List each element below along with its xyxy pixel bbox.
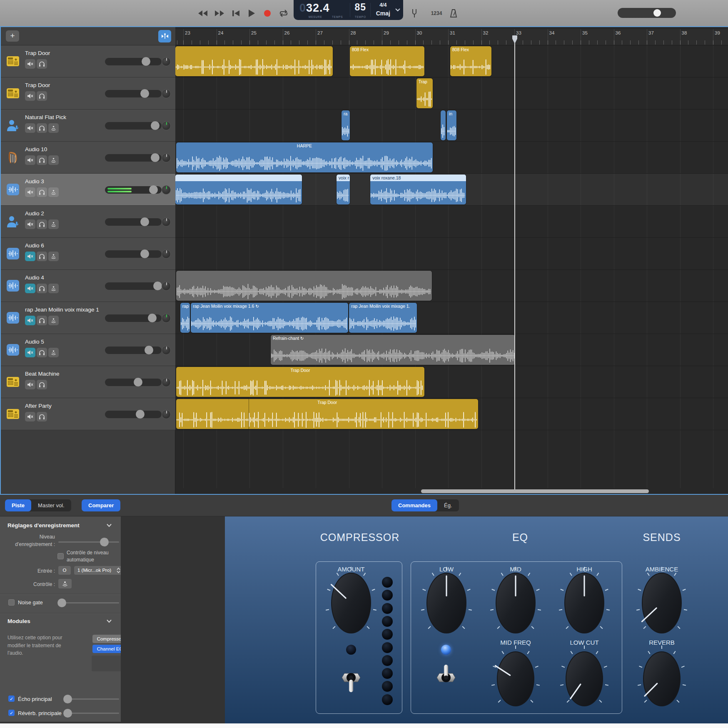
tab-commandes[interactable]: Commandes	[391, 499, 437, 511]
region-trap-door[interactable]: Trap Door	[176, 399, 478, 429]
track-header-rap-jean-moilin-voix-mixage-1[interactable]: rap Jean Moilin voix mixage 1	[1, 302, 175, 334]
master-reverb-slider[interactable]	[63, 713, 119, 714]
solo-button[interactable]	[37, 348, 47, 357]
volume-thumb[interactable]	[148, 314, 157, 322]
knob-high[interactable]	[557, 565, 612, 641]
rewind-button[interactable]	[196, 7, 210, 19]
pan-knob[interactable]	[162, 121, 171, 130]
compare-button[interactable]: Comparer	[82, 499, 120, 511]
playhead-handle[interactable]	[511, 35, 518, 45]
knob-mid[interactable]	[488, 565, 543, 641]
volume-thumb[interactable]	[140, 217, 149, 226]
solo-button[interactable]	[37, 412, 47, 421]
record-button[interactable]	[260, 7, 274, 19]
volume-thumb[interactable]	[136, 410, 145, 419]
region-voix-r[interactable]: voix r	[337, 175, 350, 204]
pan-knob[interactable]	[162, 314, 171, 323]
region-rap[interactable]: rap	[180, 303, 190, 333]
master-echo-slider[interactable]	[63, 698, 119, 700]
region-trap-door[interactable]: Trap Door	[176, 367, 424, 397]
mute-button[interactable]	[25, 123, 35, 133]
solo-button[interactable]	[37, 91, 47, 101]
region-in[interactable]: in	[447, 110, 456, 140]
pan-knob[interactable]	[162, 153, 171, 162]
track-header-trap-door[interactable]: Trap Door	[1, 77, 175, 110]
input-button[interactable]	[48, 219, 59, 229]
count-in-button[interactable]: 1234	[427, 7, 446, 19]
pan-knob[interactable]	[162, 410, 171, 419]
input-source-dropdown[interactable]: 1 (Micr...ok Pro)	[74, 566, 122, 575]
input-button[interactable]	[48, 316, 59, 325]
track-header-audio-6[interactable]: Audio 6	[1, 238, 175, 270]
volume-slider[interactable]	[105, 122, 162, 130]
record-level-thumb[interactable]	[100, 538, 109, 546]
mute-button[interactable]	[25, 380, 35, 389]
tab-piste[interactable]: Piste	[5, 499, 31, 511]
volume-thumb[interactable]	[140, 89, 149, 98]
track-header-audio-5[interactable]: Audio 5	[1, 334, 175, 366]
region-808-flex[interactable]: 808 Flex	[450, 46, 491, 76]
knob-low[interactable]	[419, 565, 474, 641]
volume-slider[interactable]	[105, 250, 162, 258]
input-format-button[interactable]: O	[58, 566, 71, 575]
tuning-fork-icon[interactable]	[407, 7, 421, 19]
timeline-ruler[interactable]: 2324252627282930313233343536373839	[175, 29, 728, 45]
play-button[interactable]	[244, 7, 259, 19]
mute-button[interactable]	[25, 316, 35, 325]
compressor-toggle-switch[interactable]	[339, 662, 363, 695]
tab-master-vol-[interactable]: Master vol.	[31, 499, 71, 511]
track-header-audio-2[interactable]: Audio 2	[1, 206, 175, 238]
region-clip-8[interactable]	[175, 175, 302, 204]
pan-knob[interactable]	[162, 57, 171, 66]
pan-knob[interactable]	[162, 217, 171, 227]
catch-playhead-button[interactable]	[158, 30, 171, 42]
pan-knob[interactable]	[162, 346, 171, 355]
volume-slider[interactable]	[105, 314, 162, 322]
track-header-natural-flat-pick[interactable]: Natural Flat Pick	[1, 110, 175, 142]
input-monitoring-button[interactable]	[58, 579, 72, 588]
mute-button[interactable]	[25, 155, 35, 165]
track-header-trap-door[interactable]: Trap Door	[1, 45, 175, 77]
track-header-audio-3[interactable]: Audio 3	[1, 174, 175, 206]
region-ra[interactable]: ra	[342, 110, 350, 140]
volume-thumb[interactable]	[151, 153, 160, 162]
volume-thumb[interactable]	[142, 57, 150, 66]
noise-gate-thumb[interactable]	[57, 598, 66, 607]
master-volume-thumb[interactable]	[653, 9, 661, 17]
track-header-after-party[interactable]: After Party	[1, 398, 175, 430]
solo-button[interactable]	[37, 187, 47, 197]
region-clip-5[interactable]	[441, 110, 446, 140]
track-lane[interactable]	[175, 206, 728, 238]
track-header-audio-4[interactable]: Audio 4	[1, 270, 175, 302]
mute-button[interactable]	[25, 91, 35, 101]
mute-button[interactable]	[25, 187, 35, 197]
track-lane[interactable]	[175, 77, 728, 110]
solo-button[interactable]	[37, 219, 47, 229]
track-header-beat-machine[interactable]: Beat Machine	[1, 366, 175, 398]
solo-button[interactable]	[37, 252, 47, 261]
volume-thumb[interactable]	[151, 121, 160, 130]
input-button[interactable]	[48, 187, 59, 197]
cycle-button[interactable]	[277, 7, 291, 19]
solo-button[interactable]	[37, 380, 47, 389]
solo-button[interactable]	[37, 59, 47, 69]
tab--g-[interactable]: Ég.	[437, 499, 459, 511]
add-track-button[interactable]: +	[6, 30, 19, 42]
region-808-flex[interactable]: 808 Flex	[350, 46, 424, 76]
volume-thumb[interactable]	[134, 378, 142, 386]
solo-button[interactable]	[37, 123, 47, 133]
go-to-beginning-button[interactable]	[229, 7, 243, 19]
region-clip-0[interactable]	[175, 46, 333, 76]
volume-slider[interactable]	[105, 218, 162, 226]
knob-ambience[interactable]	[634, 565, 689, 641]
volume-thumb[interactable]	[145, 346, 153, 354]
master-echo-thumb[interactable]	[63, 695, 72, 703]
volume-slider[interactable]	[105, 58, 162, 65]
pan-knob[interactable]	[162, 282, 171, 291]
volume-slider[interactable]	[105, 90, 162, 97]
knob-mid-freq[interactable]	[489, 644, 542, 714]
solo-button[interactable]	[37, 155, 47, 165]
knob-reverb[interactable]	[636, 644, 688, 714]
volume-thumb[interactable]	[149, 185, 158, 194]
region-trap[interactable]: Trap	[416, 78, 433, 108]
